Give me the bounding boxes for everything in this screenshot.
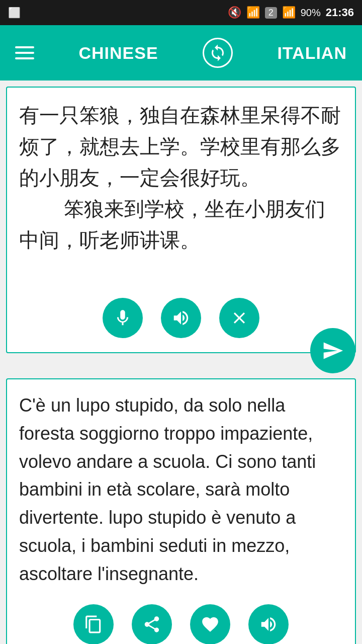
- status-bar: ⬜ 🔇 📶 2 📶 90% 21:36: [0, 0, 362, 25]
- screenshot-icon: ⬜: [8, 7, 21, 19]
- speaker-button-source[interactable]: [161, 298, 201, 338]
- source-language[interactable]: CHINESE: [78, 43, 158, 63]
- toolbar: CHINESE ITALIAN: [0, 25, 362, 80]
- clear-button[interactable]: [219, 298, 259, 338]
- favorite-button[interactable]: [190, 604, 230, 644]
- battery-text: 90%: [301, 7, 321, 19]
- target-text: C'è un lupo stupido, da solo nella fores…: [7, 379, 355, 596]
- microphone-button[interactable]: [103, 298, 143, 338]
- target-actions: [7, 596, 355, 644]
- menu-button[interactable]: [15, 46, 34, 59]
- wifi-icon: 📶: [246, 6, 260, 19]
- time-text: 21:36: [326, 6, 354, 19]
- target-panel: C'è un lupo stupido, da solo nella fores…: [6, 378, 356, 644]
- notification-badge: 2: [265, 7, 277, 19]
- translate-button[interactable]: [310, 328, 355, 373]
- source-actions: [7, 288, 355, 352]
- target-language[interactable]: ITALIAN: [277, 43, 347, 63]
- mute-icon: 🔇: [228, 6, 241, 19]
- status-left-icons: ⬜: [8, 7, 21, 19]
- source-text[interactable]: 有一只笨狼，独自在森林里呆得不耐烦了，就想去上学。学校里有那么多的小朋友，一定会…: [7, 88, 355, 288]
- panels-container: 有一只笨狼，独自在森林里呆得不耐烦了，就想去上学。学校里有那么多的小朋友，一定会…: [0, 80, 362, 644]
- swap-languages-button[interactable]: [203, 38, 233, 68]
- copy-button[interactable]: [73, 604, 114, 644]
- speaker-button-target[interactable]: [248, 604, 289, 644]
- share-button[interactable]: [132, 604, 172, 644]
- signal-icon: 📶: [282, 6, 296, 19]
- source-panel: 有一只笨狼，独自在森林里呆得不耐烦了，就想去上学。学校里有那么多的小朋友，一定会…: [6, 87, 356, 353]
